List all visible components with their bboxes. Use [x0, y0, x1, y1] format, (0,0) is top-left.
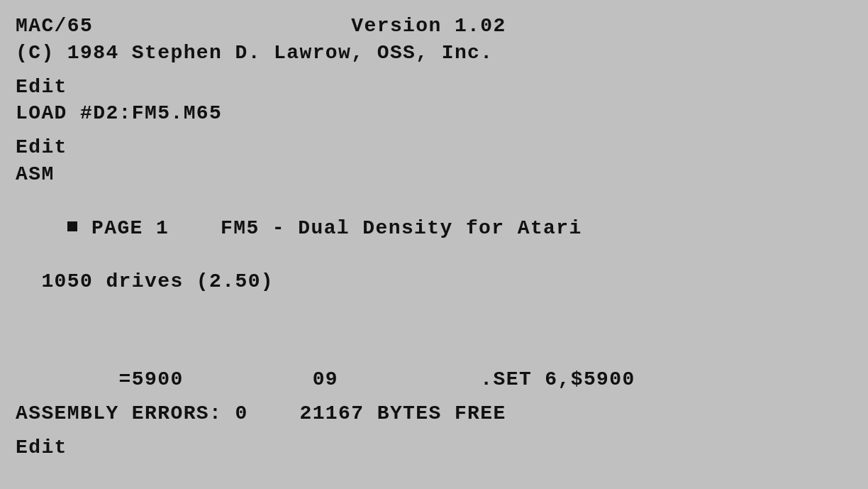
- line-edit2: Edit: [16, 134, 852, 161]
- line-assembly-errors: ASSEMBLY ERRORS: 0 21167 BYTES FREE: [16, 400, 852, 427]
- line-edit3: Edit: [16, 434, 852, 461]
- terminal-screen: MAC/65 Version 1.02 (C) 1984 Stephen D. …: [0, 0, 868, 489]
- line-set: =5900 09 .SET 6,$5900: [16, 366, 852, 393]
- line-drives: 1050 drives (2.50): [16, 268, 852, 295]
- line-asm: ASM: [16, 161, 852, 188]
- line-copyright: (C) 1984 Stephen D. Lawrow, OSS, Inc.: [16, 40, 852, 67]
- line-page: PAGE 1 FM5 - Dual Density for Atari: [16, 188, 852, 268]
- line-load: LOAD #D2:FM5.M65: [16, 100, 852, 127]
- line-edit1: Edit: [16, 74, 852, 101]
- bullet-icon: [67, 221, 77, 231]
- line-cursor-line: [16, 461, 852, 489]
- line-title: MAC/65 Version 1.02: [16, 13, 852, 40]
